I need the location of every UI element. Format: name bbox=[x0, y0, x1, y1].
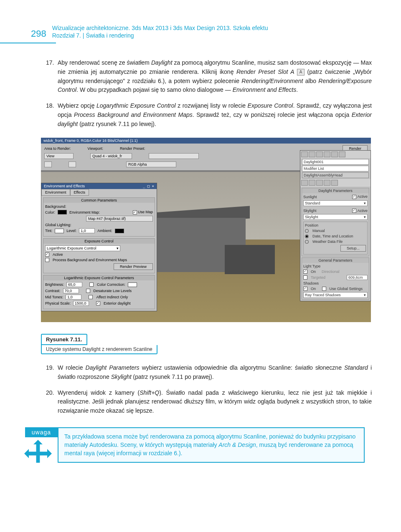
hierarchy-tab-icon[interactable] bbox=[316, 151, 323, 157]
step-19: 19. W rolecie Daylight Parameters wybier… bbox=[58, 363, 372, 381]
process-bg-checkbox[interactable] bbox=[45, 258, 49, 262]
active-checkbox[interactable] bbox=[45, 252, 49, 257]
contrast-input[interactable]: 70,0 bbox=[63, 288, 79, 293]
shadows-on-checkbox[interactable] bbox=[303, 287, 307, 291]
desaturate-checkbox[interactable] bbox=[86, 289, 90, 293]
ambient-label: Ambient: bbox=[97, 229, 112, 233]
map-slot-button[interactable]: Map #47 (krajobraz.tif) bbox=[86, 216, 153, 222]
preset-slot-icon: A bbox=[297, 69, 305, 76]
date-time-location-radio[interactable] bbox=[305, 234, 309, 238]
color-correction-checkbox[interactable] bbox=[89, 282, 94, 287]
step-num: 18. bbox=[46, 101, 54, 111]
command-panel-tabs[interactable] bbox=[300, 151, 371, 158]
step-17: 17. Aby renderować scenę ze światłem Day… bbox=[58, 58, 372, 95]
figure-caption-label: Rysunek 7.11. bbox=[41, 334, 87, 345]
ambient-swatch[interactable] bbox=[115, 229, 124, 233]
target-dist-input[interactable]: 609,6cm bbox=[347, 275, 368, 280]
viewport-label: Viewport: bbox=[88, 146, 103, 151]
background-label: Background: bbox=[45, 204, 153, 209]
note-label: uwaga bbox=[25, 427, 58, 437]
utilities-tab-icon[interactable] bbox=[339, 151, 345, 157]
sunlight-active-checkbox[interactable] bbox=[352, 195, 356, 199]
brightness-input[interactable]: 65,0 bbox=[66, 282, 82, 287]
shadows-label: Shadows bbox=[303, 281, 368, 285]
area-to-render-label: Area to Render: bbox=[44, 146, 71, 151]
exposure-type-dropdown[interactable]: Logarithmic Exposure Control▾ bbox=[45, 245, 120, 251]
global-settings-checkbox[interactable] bbox=[322, 287, 326, 291]
viewport-dropdown[interactable]: Quad 4 - widok_fr bbox=[90, 153, 132, 159]
color-label: Color: bbox=[45, 210, 55, 214]
use-map-checkbox[interactable] bbox=[133, 210, 137, 214]
render-preset-dropdown[interactable] bbox=[149, 153, 199, 159]
step-20: 20. Wyrenderuj widok z kamery (Shift+Q).… bbox=[58, 388, 372, 416]
sunlight-type-dropdown[interactable]: Standard▾ bbox=[303, 200, 368, 206]
tab-environment[interactable]: Environment bbox=[41, 189, 70, 196]
chapter-line: Rozdział 7. | Światła i rendering bbox=[52, 32, 268, 39]
daylight-params-header: Daylight Parameters bbox=[302, 188, 369, 193]
note-body: Ta przykładowa scena może być renderowan… bbox=[58, 427, 365, 463]
create-tab-icon[interactable] bbox=[301, 151, 308, 157]
clone-icon[interactable] bbox=[69, 161, 76, 167]
modifier-stack-item[interactable]: DaylightAssemblyHead bbox=[302, 172, 369, 178]
area-to-render-dropdown[interactable]: View bbox=[44, 153, 74, 159]
svg-marker-0 bbox=[24, 440, 52, 463]
envmap-label: Environment Map: bbox=[69, 210, 100, 214]
level-label: Level: bbox=[66, 229, 76, 233]
exposure-control-header: Exposure Control bbox=[43, 239, 155, 244]
modify-panel: Daylight001 Modifier List DaylightAssemb… bbox=[300, 150, 371, 301]
log-exposure-params-header: Logarithmic Exposure Control Parameters bbox=[43, 275, 155, 280]
tint-label: Tint: bbox=[45, 229, 52, 233]
physical-scale-input[interactable]: 1500,0 bbox=[73, 301, 89, 306]
light-on-checkbox[interactable] bbox=[303, 270, 307, 274]
global-lighting-label: Global Lighting: bbox=[45, 223, 153, 227]
chevron-down-icon: ▾ bbox=[117, 246, 119, 250]
skylight-type-dropdown[interactable]: Skylight▾ bbox=[303, 214, 368, 220]
tab-effects[interactable]: Effects bbox=[70, 189, 89, 196]
weather-data-radio[interactable] bbox=[305, 240, 309, 244]
position-label: Position bbox=[305, 223, 366, 227]
modifier-stack-buttons[interactable] bbox=[300, 179, 371, 187]
modify-tab-icon[interactable] bbox=[309, 151, 315, 157]
setup-button[interactable]: Setup... bbox=[340, 245, 366, 252]
exterior-daylight-checkbox[interactable] bbox=[96, 301, 100, 305]
window-controls[interactable]: _ □ × bbox=[143, 184, 154, 188]
chevron-down-icon: ▾ bbox=[364, 215, 366, 219]
step-num: 19. bbox=[46, 363, 54, 373]
affect-indirect-checkbox[interactable] bbox=[89, 295, 93, 299]
general-params-header: General Parameters bbox=[302, 258, 369, 263]
book-title: Wizualizacje architektoniczne. 3ds Max 2… bbox=[52, 24, 268, 32]
render-preset-label: Render Preset: bbox=[120, 146, 145, 151]
note-box: uwaga Ta przykładowa scena może być rend… bbox=[22, 427, 401, 463]
channel-dropdown[interactable]: RGB Alpha bbox=[126, 161, 176, 167]
chevron-down-icon: ▾ bbox=[364, 293, 366, 297]
step-num: 17. bbox=[46, 58, 54, 68]
display-tab-icon[interactable] bbox=[331, 151, 338, 157]
manual-radio[interactable] bbox=[305, 229, 309, 233]
color-swatch[interactable] bbox=[58, 210, 67, 214]
step-num: 20. bbox=[46, 388, 54, 398]
environment-effects-window: Environment and Effects _ □ × Environmen… bbox=[41, 183, 157, 311]
save-image-icon[interactable] bbox=[44, 161, 52, 167]
chevron-down-icon: ▾ bbox=[364, 201, 366, 205]
note-arrow-icon bbox=[24, 440, 52, 463]
midtones-input[interactable]: 1,0 bbox=[66, 295, 81, 300]
motion-tab-icon[interactable] bbox=[324, 151, 330, 157]
page-header: 298 Wizualizacje architektoniczne. 3ds M… bbox=[0, 0, 401, 43]
render-window-title: widok_front, Frame 0, RGBA Color 16 Bits… bbox=[41, 138, 371, 144]
shadow-type-dropdown[interactable]: Ray Traced Shadows▾ bbox=[303, 292, 368, 298]
targeted-checkbox[interactable] bbox=[303, 275, 307, 280]
object-name-field[interactable]: Daylight001 bbox=[302, 159, 369, 165]
modifier-list-dropdown[interactable]: Modifier List bbox=[302, 166, 369, 171]
skylight-active-checkbox[interactable] bbox=[352, 209, 356, 213]
rendered-building bbox=[150, 205, 279, 276]
render-preview-button[interactable]: Render Preview bbox=[114, 263, 153, 270]
level-input[interactable]: 1,0 bbox=[79, 228, 95, 233]
tint-swatch[interactable] bbox=[55, 229, 64, 233]
figure-caption-text: Użycie systemu Daylight z rendererem Sca… bbox=[41, 345, 157, 354]
step-18: 18. Wybierz opcję Logarythmic Exposure C… bbox=[58, 101, 372, 129]
figure-7-11: widok_front, Frame 0, RGBA Color 16 Bits… bbox=[41, 138, 371, 322]
page-number: 298 bbox=[31, 28, 46, 39]
common-params-header: Common Parameters bbox=[43, 198, 155, 203]
env-title: Environment and Effects bbox=[44, 184, 85, 188]
light-type-label: Light Type bbox=[303, 264, 368, 268]
